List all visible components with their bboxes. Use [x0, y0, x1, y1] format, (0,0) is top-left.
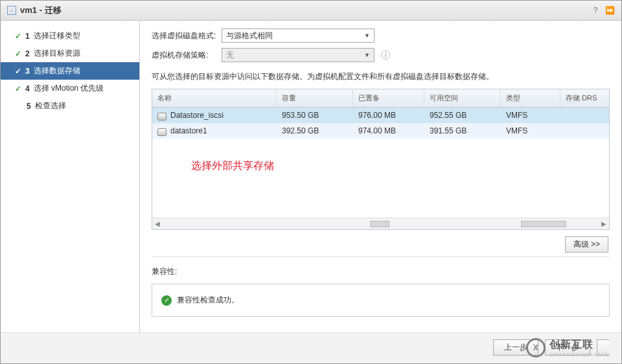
step-num: 4	[25, 84, 30, 93]
expand-icon[interactable]: ⏩	[605, 6, 615, 15]
cell-drs	[560, 111, 609, 119]
disk-format-row: 选择虚拟磁盘格式: 与源格式相同 ▼	[152, 28, 610, 43]
chevron-down-icon: ▼	[364, 52, 370, 58]
dialog-body: ✓ 1 选择迁移类型 ✓ 2 选择目标资源 ✓ 3 选择数据存储 ✓ 4 选择 …	[1, 21, 621, 332]
policy-select[interactable]: 无 ▼	[222, 48, 374, 62]
advanced-button[interactable]: 高级 >>	[565, 236, 608, 253]
col-provisioned[interactable]: 已置备	[353, 89, 424, 107]
disk-format-value: 与源格式相同	[226, 30, 273, 41]
cell-type: VMFS	[501, 107, 560, 124]
table-row[interactable]: Datastore_iscsi 953.50 GB 976.00 MB 952.…	[152, 108, 609, 123]
check-icon: ✓	[15, 84, 24, 93]
scroll-left-icon[interactable]: ◀	[152, 220, 163, 227]
datastore-table: 名称 容量 已置备 可用空间 类型 存储 DRS Datastore_iscsi…	[152, 89, 610, 230]
check-icon: ✓	[15, 67, 24, 76]
compat-box: ✓ 兼容性检查成功。	[152, 284, 610, 317]
cell-name: datastore1	[170, 126, 207, 135]
brand-name: 创新互联	[549, 338, 609, 352]
cell-free: 952.55 GB	[424, 107, 501, 124]
vm-icon: ▫	[7, 6, 16, 15]
cell-prov: 974.00 MB	[353, 122, 424, 139]
success-icon: ✓	[161, 295, 172, 306]
cell-prov: 976.00 MB	[353, 107, 424, 124]
info-icon[interactable]: i	[381, 51, 390, 60]
table-header: 名称 容量 已置备 可用空间 类型 存储 DRS	[152, 89, 609, 108]
help-icon[interactable]: ?	[590, 6, 601, 15]
step-label: 选择目标资源	[34, 48, 80, 59]
step-label: 选择迁移类型	[34, 30, 80, 41]
col-free[interactable]: 可用空间	[424, 89, 501, 107]
check-icon: ✓	[15, 49, 24, 58]
wizard-sidebar: ✓ 1 选择迁移类型 ✓ 2 选择目标资源 ✓ 3 选择数据存储 ✓ 4 选择 …	[1, 21, 140, 332]
compat-message: 兼容性检查成功。	[177, 295, 239, 306]
step-num: 3	[25, 67, 30, 76]
cell-cap: 953.50 GB	[277, 107, 353, 124]
step-target-resource[interactable]: ✓ 2 选择目标资源	[1, 45, 139, 62]
horizontal-scrollbar[interactable]: ◀ ▶	[152, 218, 609, 229]
cell-type: VMFS	[501, 122, 560, 139]
brand-sub: CHUANGXINHULIAN	[549, 352, 609, 358]
advanced-row: 高级 >>	[152, 230, 610, 255]
step-label: 选择数据存储	[34, 65, 80, 76]
compat-label: 兼容性:	[152, 257, 610, 284]
scroll-right-icon[interactable]: ▶	[599, 220, 609, 227]
step-datastore[interactable]: ✓ 3 选择数据存储	[1, 62, 139, 80]
step-num: 2	[25, 49, 30, 58]
annotation-text: 选择外部共享存储	[191, 159, 274, 173]
disk-format-select[interactable]: 与源格式相同 ▼	[222, 28, 374, 43]
step-num: 5	[27, 102, 31, 111]
datastore-description: 可从您选择的目标资源中访问以下数据存储。为虚拟机配置文件和所有虚拟磁盘选择目标数…	[152, 71, 610, 82]
datastore-icon	[157, 113, 167, 119]
title-text: vm1 - 迁移	[20, 5, 62, 16]
disk-format-label: 选择虚拟磁盘格式:	[152, 30, 222, 41]
step-review[interactable]: 5 检查选择	[1, 97, 139, 115]
step-num: 1	[25, 32, 30, 41]
step-label: 选择 vMotion 优先级	[34, 83, 104, 94]
policy-label: 虚拟机存储策略:	[152, 50, 222, 61]
cell-name: Datastore_iscsi	[170, 111, 224, 120]
titlebar: ▫ vm1 - 迁移 ? ⏩	[1, 1, 621, 21]
title-actions: ? ⏩	[590, 6, 615, 15]
policy-value: 无	[226, 50, 234, 61]
cell-drs	[560, 127, 609, 135]
col-type[interactable]: 类型	[501, 89, 560, 107]
cell-cap: 392.50 GB	[277, 122, 353, 139]
main-panel: 选择虚拟磁盘格式: 与源格式相同 ▼ 虚拟机存储策略: 无 ▼ i 可从您选择的…	[140, 21, 621, 332]
step-vmotion-priority[interactable]: ✓ 4 选择 vMotion 优先级	[1, 80, 139, 97]
watermark-brand: X 创新互联 CHUANGXINHULIAN	[526, 338, 609, 358]
table-row[interactable]: datastore1 392.50 GB 974.00 MB 391.55 GB…	[152, 123, 609, 139]
migrate-dialog: ▫ vm1 - 迁移 ? ⏩ ✓ 1 选择迁移类型 ✓ 2 选择目标资源 ✓ 3…	[0, 0, 622, 364]
table-body: Datastore_iscsi 953.50 GB 976.00 MB 952.…	[152, 108, 609, 218]
policy-row: 虚拟机存储策略: 无 ▼ i	[152, 48, 610, 62]
col-capacity[interactable]: 容量	[277, 89, 353, 107]
step-migration-type[interactable]: ✓ 1 选择迁移类型	[1, 27, 139, 45]
chevron-down-icon: ▼	[364, 32, 370, 39]
check-icon: ✓	[15, 32, 24, 41]
step-label: 检查选择	[35, 100, 66, 111]
col-name[interactable]: 名称	[152, 89, 277, 107]
col-drs[interactable]: 存储 DRS	[560, 89, 609, 107]
datastore-icon	[157, 128, 167, 135]
cell-free: 391.55 GB	[424, 122, 501, 139]
scroll-track[interactable]	[163, 220, 599, 229]
scroll-thumb[interactable]	[370, 221, 389, 227]
brand-logo-icon: X	[526, 338, 546, 358]
scroll-thumb[interactable]	[521, 221, 566, 227]
